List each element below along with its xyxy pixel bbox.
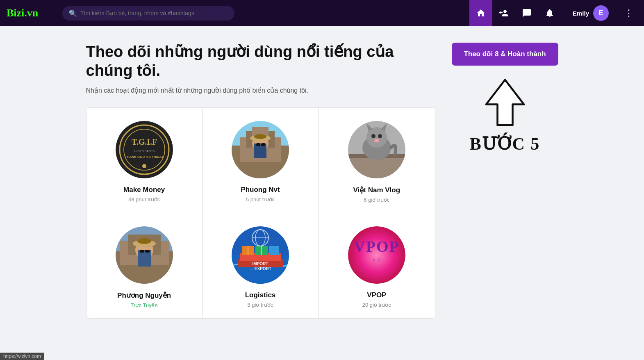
page-subtitle: Nhận các hoạt động mới nhất từ những ngư… bbox=[86, 87, 435, 94]
svg-text:T.G.I.F: T.G.I.F bbox=[131, 137, 157, 146]
user-name-logistics: Logistics bbox=[245, 291, 276, 299]
svg-point-28 bbox=[378, 134, 382, 138]
svg-rect-39 bbox=[140, 250, 144, 253]
user-name-phuong-nguyen: Phương Nguyễn bbox=[117, 291, 171, 300]
add-friend-icon bbox=[499, 8, 509, 18]
user-time-logistics: 8 giờ trước bbox=[247, 302, 273, 308]
url-bar: https://vizivn.com bbox=[0, 353, 44, 360]
follow-complete-button[interactable]: Theo dõi 8 & Hoàn thành bbox=[452, 43, 558, 66]
svg-point-37 bbox=[137, 238, 151, 244]
left-panel: Theo dõi những người dùng nổi tiếng của … bbox=[86, 43, 435, 319]
home-nav-button[interactable] bbox=[469, 0, 492, 26]
more-options-button[interactable]: ⋮ bbox=[620, 8, 637, 18]
svg-text:♪ ♫: ♪ ♫ bbox=[372, 256, 381, 262]
user-avatar-make-money: T.G.I.F LLOYD BANKS THANK GOD ITS FRIDAY bbox=[116, 121, 173, 178]
user-avatar-viet-nam-vlog bbox=[348, 121, 405, 178]
bell-nav-button[interactable] bbox=[538, 0, 561, 26]
svg-rect-18 bbox=[261, 143, 265, 146]
nav-icons bbox=[469, 0, 561, 26]
user-time-phuong-nvt: 5 phút trước bbox=[246, 196, 275, 203]
search-input[interactable] bbox=[80, 10, 228, 16]
user-card-vpop[interactable]: VPOP ♪ ♫ VPOP 20 giờ trước bbox=[319, 213, 435, 318]
svg-point-27 bbox=[371, 134, 375, 138]
site-logo[interactable]: Bizi.vn bbox=[7, 7, 56, 19]
user-name-viet-nam-vlog: Việt Nam Vlog bbox=[353, 186, 401, 194]
svg-text:VPOP: VPOP bbox=[354, 238, 399, 255]
user-card-logistics[interactable]: IMPORT → EXPORT Logistics 8 giờ trước bbox=[203, 213, 319, 318]
user-name: Emily bbox=[573, 10, 589, 17]
svg-point-56 bbox=[348, 226, 405, 284]
user-card-viet-nam-vlog[interactable]: Việt Nam Vlog 6 giờ trước bbox=[319, 108, 435, 213]
user-name-phuong-nvt: Phuong Nvt bbox=[241, 186, 280, 194]
message-icon bbox=[522, 8, 532, 18]
add-friend-nav-button[interactable] bbox=[492, 0, 515, 26]
svg-text:THANK GOD ITS FRIDAY: THANK GOD ITS FRIDAY bbox=[125, 155, 164, 159]
svg-rect-48 bbox=[269, 246, 279, 255]
svg-rect-17 bbox=[256, 143, 260, 146]
svg-text:IMPORT: IMPORT bbox=[253, 262, 269, 266]
svg-marker-59 bbox=[486, 80, 523, 125]
svg-text:→ EXPORT: → EXPORT bbox=[249, 267, 271, 271]
user-card-phuong-nguyen[interactable]: Phương Nguyễn Trực Tuyến bbox=[86, 213, 203, 318]
page-title: Theo dõi những người dùng nổi tiếng của … bbox=[86, 43, 435, 80]
user-card-make-money[interactable]: T.G.I.F LLOYD BANKS THANK GOD ITS FRIDAY… bbox=[86, 108, 203, 213]
right-panel: Theo dõi 8 & Hoàn thành BƯỚC 5 bbox=[452, 43, 558, 154]
user-menu[interactable]: Emily E bbox=[568, 5, 614, 21]
bell-icon bbox=[545, 8, 555, 18]
user-time-make-money: 38 phút trước bbox=[128, 196, 160, 203]
user-avatar-vpop: VPOP ♪ ♫ bbox=[348, 226, 405, 284]
svg-rect-38 bbox=[138, 250, 151, 267]
user-card-phuong-nvt[interactable]: Phuong Nvt 5 phút trước bbox=[203, 108, 319, 213]
step-indicator: BƯỚC 5 bbox=[470, 78, 540, 154]
search-bar[interactable]: 🔍 bbox=[62, 6, 234, 21]
users-grid: T.G.I.F LLOYD BANKS THANK GOD ITS FRIDAY… bbox=[86, 107, 435, 319]
svg-text:LLOYD BANKS: LLOYD BANKS bbox=[134, 150, 155, 153]
svg-point-29 bbox=[374, 139, 379, 142]
user-online-phuong-nguyen: Trực Tuyến bbox=[131, 302, 158, 308]
user-time-viet-nam-vlog: 6 giờ trước bbox=[364, 197, 389, 203]
user-avatar-phuong-nguyen bbox=[116, 226, 173, 284]
arrow-up-icon bbox=[480, 78, 530, 127]
svg-point-15 bbox=[254, 134, 266, 139]
svg-rect-40 bbox=[145, 250, 150, 253]
message-nav-button[interactable] bbox=[515, 0, 538, 26]
user-avatar-phuong-nvt bbox=[232, 121, 289, 178]
user-name-vpop: VPOP bbox=[367, 291, 386, 299]
search-icon: 🔍 bbox=[69, 9, 77, 17]
user-avatar-logistics: IMPORT → EXPORT bbox=[232, 226, 289, 284]
main-content: Theo dõi những người dùng nổi tiếng của … bbox=[76, 26, 568, 328]
home-icon bbox=[476, 8, 486, 18]
avatar: E bbox=[593, 5, 609, 21]
user-time-vpop: 20 giờ trước bbox=[362, 302, 391, 308]
navbar: Bizi.vn 🔍 Emily E ⋮ bbox=[0, 0, 644, 26]
step-label: BƯỚC 5 bbox=[470, 134, 540, 154]
user-name-make-money: Make Money bbox=[123, 186, 165, 194]
svg-point-6 bbox=[142, 164, 146, 168]
